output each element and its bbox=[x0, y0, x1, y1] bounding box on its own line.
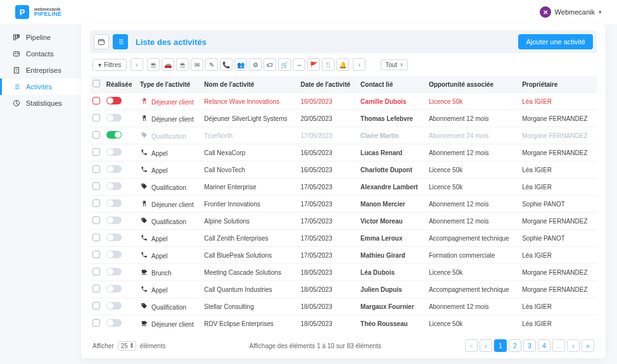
done-toggle[interactable] bbox=[106, 182, 122, 190]
type-filter-0[interactable]: ☕ bbox=[147, 58, 160, 71]
row-checkbox[interactable] bbox=[92, 199, 100, 207]
contact-link[interactable]: Victor Moreau bbox=[358, 213, 426, 230]
type-filter-7[interactable]: ⚙ bbox=[249, 58, 262, 71]
select-all-checkbox[interactable] bbox=[92, 80, 100, 87]
opportunity-link[interactable]: Licence 50k bbox=[426, 264, 519, 281]
page-number[interactable]: 4 bbox=[538, 339, 550, 352]
opportunity-link[interactable]: Licence 50k bbox=[426, 93, 519, 110]
done-toggle[interactable] bbox=[106, 285, 122, 292]
type-filter-8[interactable]: 🏷 bbox=[264, 58, 276, 71]
contact-link[interactable]: Julien Dupuis bbox=[358, 281, 426, 298]
prev-filter-button[interactable]: ‹ bbox=[130, 58, 143, 71]
sidebar-item-pipeline[interactable]: Pipeline bbox=[0, 29, 81, 46]
type-filter-12[interactable]: 🍴 bbox=[322, 58, 334, 71]
select-all-header[interactable] bbox=[90, 76, 104, 93]
page-nav[interactable]: › bbox=[567, 339, 580, 352]
contact-link[interactable]: Lucas Renard bbox=[358, 144, 426, 161]
done-toggle[interactable] bbox=[106, 217, 122, 224]
sidebar-item-activités[interactable]: Activités bbox=[0, 78, 81, 95]
opportunity-link[interactable]: Accompagnement technique bbox=[426, 230, 519, 247]
done-toggle[interactable] bbox=[106, 131, 122, 139]
table-row[interactable]: Qualification TrueNorth 17/05/2023 Clair… bbox=[90, 127, 597, 144]
opportunity-link[interactable]: Abonnement 24 mois bbox=[426, 127, 519, 144]
done-toggle[interactable] bbox=[106, 199, 122, 207]
contact-link[interactable]: Thomas Lefebvre bbox=[358, 110, 426, 127]
sidebar-item-contacts[interactable]: Contacts bbox=[0, 46, 81, 62]
table-row[interactable]: Qualification Alpine Solutions 17/05/202… bbox=[90, 213, 597, 230]
done-toggle[interactable] bbox=[106, 165, 122, 173]
table-row[interactable]: Déjeuner client Frontier Innovations 17/… bbox=[90, 196, 597, 213]
page-nav[interactable]: ‹ bbox=[480, 339, 492, 352]
next-filter-button[interactable]: › bbox=[353, 58, 366, 71]
opportunity-link[interactable]: Licence 50k bbox=[426, 315, 519, 332]
contact-link[interactable]: Léa Dubois bbox=[358, 264, 426, 281]
done-toggle[interactable] bbox=[106, 268, 122, 275]
opportunity-link[interactable]: Abonnement 12 mois bbox=[426, 196, 519, 213]
contact-link[interactable]: Emma Leroux bbox=[358, 230, 426, 247]
filters-button[interactable]: ▾ Filtres bbox=[92, 59, 127, 71]
row-checkbox[interactable] bbox=[92, 165, 100, 173]
contact-link[interactable]: Mathieu Girard bbox=[358, 247, 426, 264]
page-nav[interactable]: « bbox=[465, 339, 478, 352]
opportunity-link[interactable]: Abonnement 12 mois bbox=[426, 144, 519, 161]
row-checkbox[interactable] bbox=[92, 285, 100, 292]
opportunity-link[interactable]: Abonnement 12 mois bbox=[426, 110, 519, 127]
type-filter-11[interactable]: 🚩 bbox=[307, 58, 320, 71]
row-checkbox[interactable] bbox=[92, 114, 100, 122]
row-checkbox[interactable] bbox=[92, 319, 100, 327]
type-filter-2[interactable]: ☕ bbox=[176, 58, 189, 71]
contact-link[interactable]: Théo Rousseau bbox=[358, 315, 426, 332]
row-checkbox[interactable] bbox=[92, 268, 100, 275]
done-toggle[interactable] bbox=[106, 148, 122, 156]
row-checkbox[interactable] bbox=[92, 131, 100, 139]
user-menu[interactable]: ✕ Webmecanik ▾ bbox=[540, 6, 602, 18]
type-filter-6[interactable]: 👥 bbox=[234, 58, 247, 71]
done-toggle[interactable] bbox=[106, 114, 122, 122]
table-row[interactable]: Qualification Stellar Consulting 18/05/2… bbox=[90, 298, 597, 315]
done-toggle[interactable] bbox=[106, 319, 122, 327]
row-checkbox[interactable] bbox=[92, 97, 100, 104]
table-row[interactable]: Brunch Meeting Cascade Solutions 18/05/2… bbox=[90, 264, 597, 281]
type-filter-3[interactable]: ✉ bbox=[191, 58, 203, 71]
contact-link[interactable]: Manon Mercier bbox=[358, 196, 426, 213]
opportunity-link[interactable]: Licence 50k bbox=[426, 161, 519, 179]
opportunity-link[interactable]: Abonnement 12 mois bbox=[426, 298, 519, 315]
done-toggle[interactable] bbox=[106, 97, 122, 104]
type-filter-1[interactable]: 🚗 bbox=[162, 58, 174, 71]
contact-link[interactable]: Charlotte Dupont bbox=[358, 161, 426, 179]
opportunity-link[interactable]: Accompagnement technique bbox=[426, 281, 519, 298]
type-filter-9[interactable]: 🛒 bbox=[278, 58, 291, 71]
done-toggle[interactable] bbox=[106, 251, 122, 258]
opportunity-link[interactable]: Abonnement 12 mois bbox=[426, 213, 519, 230]
done-toggle[interactable] bbox=[106, 234, 122, 241]
row-checkbox[interactable] bbox=[92, 251, 100, 258]
type-filter-10[interactable]: ↔ bbox=[293, 58, 305, 71]
done-toggle[interactable] bbox=[106, 302, 122, 310]
page-size-select[interactable]: 25 ▴▾ bbox=[118, 341, 136, 351]
page-number[interactable]: 1 bbox=[494, 339, 507, 352]
row-checkbox[interactable] bbox=[92, 234, 100, 241]
contact-link[interactable]: Camille Dubois bbox=[358, 93, 426, 110]
opportunity-link[interactable]: Formation commerciale bbox=[426, 247, 519, 264]
page-number[interactable]: 2 bbox=[509, 339, 521, 352]
contact-link[interactable]: Margaux Fournier bbox=[358, 298, 426, 315]
type-filter-5[interactable]: 📞 bbox=[220, 58, 232, 71]
page-nav[interactable]: » bbox=[582, 339, 594, 352]
type-filter-4[interactable]: ✎ bbox=[205, 58, 218, 71]
row-checkbox[interactable] bbox=[92, 182, 100, 190]
page-number[interactable]: 3 bbox=[523, 339, 536, 352]
table-row[interactable]: Appel Call NexaCorp 16/05/2023 Lucas Ren… bbox=[90, 144, 597, 161]
table-row[interactable]: Appel Call Zenith Enterprises 17/05/2023… bbox=[90, 230, 597, 247]
type-filter-13[interactable]: 🔔 bbox=[336, 58, 349, 71]
list-view-button[interactable] bbox=[113, 34, 128, 49]
contact-link[interactable]: Alexandre Lambert bbox=[358, 179, 426, 196]
row-checkbox[interactable] bbox=[92, 217, 100, 224]
table-row[interactable]: Déjeuner client Déjeuner SilverLight Sys… bbox=[90, 110, 597, 127]
table-row[interactable]: Qualification Mariner Enterprise 17/05/2… bbox=[90, 179, 597, 196]
close-icon[interactable]: × bbox=[400, 61, 404, 68]
table-row[interactable]: Appel Call BluePeak Solutions 17/05/2023… bbox=[90, 247, 597, 264]
table-row[interactable]: Appel Call Quantum Industries 18/05/2023… bbox=[90, 281, 597, 298]
sidebar-item-statistiques[interactable]: Statistiques bbox=[0, 95, 81, 111]
table-row[interactable]: Déjeuner client RDV Eclipse Enterprises … bbox=[90, 315, 597, 332]
table-row[interactable]: Appel Call NovoTech 16/05/2023 Charlotte… bbox=[90, 161, 597, 179]
